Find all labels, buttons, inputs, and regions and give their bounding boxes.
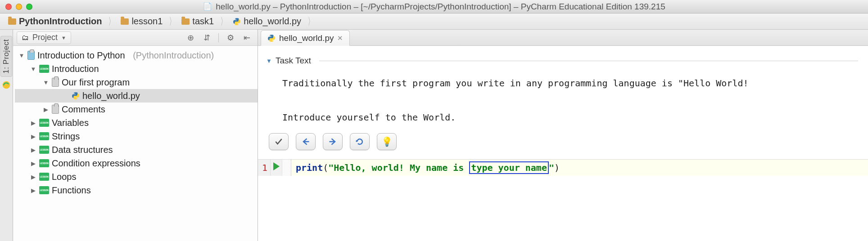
breadcrumb-label: task1: [192, 16, 214, 27]
lesson-icon: [39, 146, 49, 154]
lesson-icon: [39, 65, 49, 73]
disclosure-triangle[interactable]: ▶: [30, 147, 36, 153]
window-controls: [5, 4, 32, 10]
code-line[interactable]: print("Hello, world! My name is type you…: [291, 160, 868, 176]
window-titlebar: 📄 hello_world.py – PythonIntroduction – …: [0, 0, 868, 13]
tree-label: Introduction to Python: [37, 50, 125, 61]
pycharm-icon: [2, 80, 11, 89]
minimize-window-button[interactable]: [16, 4, 22, 10]
tree-lesson-condition[interactable]: ▶ Condition expressions: [15, 156, 258, 170]
tool-window-stripe: 1: Project: [0, 30, 13, 241]
folder-icon: [121, 18, 129, 25]
breadcrumb-item-task[interactable]: task1: [180, 15, 216, 27]
hint-button[interactable]: 💡: [377, 133, 397, 150]
clipboard-icon: [52, 78, 59, 87]
code-paren: ): [554, 162, 560, 173]
code-string: ": [549, 162, 554, 173]
chevron-down-icon: ▼: [61, 35, 66, 40]
breadcrumb-item-file[interactable]: hello_world.py: [231, 15, 303, 27]
folder-icon: [181, 18, 190, 25]
editor-area: hello_world.py ✕ ▼ Task Text Traditional…: [258, 30, 868, 241]
run-gutter[interactable]: [271, 160, 282, 176]
disclosure-triangle[interactable]: ▼: [266, 58, 272, 64]
lesson-icon: [39, 159, 49, 167]
task-description: Traditionally the first program you writ…: [266, 66, 858, 130]
zoom-window-button[interactable]: [26, 4, 32, 10]
clipboard-icon: [27, 51, 35, 60]
code-paren: (: [323, 162, 328, 173]
header-rule: [319, 61, 858, 61]
titlebar-file-icon: 📄: [203, 2, 212, 11]
tree-lesson-strings[interactable]: ▶ Strings: [15, 129, 258, 143]
project-tree[interactable]: ▼ Introduction to Python (PythonIntroduc…: [13, 46, 258, 241]
next-task-button[interactable]: [323, 133, 343, 150]
hide-panel-icon[interactable]: ⇤: [242, 33, 251, 42]
disclosure-triangle[interactable]: ▼: [18, 52, 25, 59]
lesson-icon: [39, 119, 49, 127]
breadcrumb-item-project[interactable]: PythonIntroduction: [6, 15, 104, 27]
close-tab-icon[interactable]: ✕: [337, 34, 343, 42]
tree-label: Variables: [52, 118, 89, 128]
line-number-gutter: 1: [258, 160, 271, 176]
tree-hint: (PythonIntroduction): [133, 50, 214, 61]
breadcrumb-item-lesson[interactable]: lesson1: [119, 15, 164, 27]
gear-icon[interactable]: ⚙: [226, 33, 235, 42]
disclosure-triangle[interactable]: ▼: [30, 66, 36, 72]
disclosure-triangle[interactable]: ▶: [43, 106, 49, 113]
collapse-all-icon[interactable]: ⇵: [202, 33, 211, 42]
disclosure-triangle[interactable]: ▶: [30, 133, 36, 140]
tree-task-first-program[interactable]: ▼ Our first program: [15, 76, 258, 89]
disclosure-triangle[interactable]: ▼: [43, 79, 49, 86]
code-keyword: print: [296, 162, 323, 173]
breadcrumb-label: PythonIntroduction: [19, 16, 102, 27]
folder-icon: [8, 18, 16, 25]
answer-placeholder[interactable]: type your name: [469, 161, 549, 174]
tree-lesson-introduction[interactable]: ▼ Introduction: [15, 62, 258, 76]
breadcrumb-label: hello_world.py: [244, 16, 301, 27]
breadcrumb-separator: 〉: [108, 15, 114, 28]
project-view-selector[interactable]: 🗂 Project ▼: [17, 31, 71, 44]
project-tool-tab[interactable]: 1: Project: [0, 36, 12, 77]
tree-lesson-variables[interactable]: ▶ Variables: [15, 116, 258, 129]
python-file-icon: [267, 34, 276, 42]
task-text-line: Traditionally the first program you writ…: [282, 78, 749, 89]
breadcrumb-separator: 〉: [169, 15, 175, 28]
task-panel: ▼ Task Text Traditionally the first prog…: [258, 46, 868, 159]
tree-task-comments[interactable]: ▶ Comments: [15, 103, 258, 116]
task-header[interactable]: ▼ Task Text: [266, 56, 858, 66]
editor-tab-hello-world[interactable]: hello_world.py ✕: [261, 30, 350, 46]
tree-label: Functions: [52, 185, 91, 196]
tree-lesson-functions[interactable]: ▶ Functions: [15, 183, 258, 197]
tree-label: Strings: [52, 131, 80, 142]
breadcrumb-separator: 〉: [221, 15, 226, 28]
tree-label: Introduction: [52, 64, 99, 74]
editor-tab-label: hello_world.py: [279, 33, 334, 43]
python-file-icon: [233, 18, 241, 26]
task-text-line: Introduce yourself to the World.: [282, 112, 456, 123]
tree-label: hello_world.py: [82, 91, 140, 101]
tree-label: Condition expressions: [52, 158, 140, 169]
breadcrumb: PythonIntroduction 〉 lesson1 〉 task1 〉 h…: [0, 13, 868, 30]
refresh-task-button[interactable]: [350, 133, 370, 150]
tree-root[interactable]: ▼ Introduction to Python (PythonIntroduc…: [15, 49, 258, 62]
disclosure-triangle[interactable]: ▶: [30, 120, 36, 126]
margin-gutter: [282, 160, 291, 176]
disclosure-triangle[interactable]: ▶: [30, 174, 36, 180]
tree-file-hello-world[interactable]: hello_world.py: [15, 89, 258, 103]
previous-task-button[interactable]: [296, 133, 316, 150]
run-icon[interactable]: [273, 162, 280, 170]
check-task-button[interactable]: [269, 133, 289, 150]
header-separator: [218, 33, 219, 42]
tree-lesson-loops[interactable]: ▶ Loops: [15, 170, 258, 183]
code-string: "Hello, world! My name is: [328, 162, 469, 173]
lesson-icon: [39, 132, 49, 140]
task-toolbar: 💡: [266, 130, 858, 155]
disclosure-triangle[interactable]: ▶: [30, 187, 36, 194]
disclosure-triangle[interactable]: ▶: [30, 160, 36, 167]
close-window-button[interactable]: [5, 4, 12, 10]
lesson-icon: [39, 186, 49, 194]
tree-lesson-data-structures[interactable]: ▶ Data structures: [15, 143, 258, 156]
project-panel-header: 🗂 Project ▼ ⊕ ⇵ ⚙ ⇤: [13, 30, 258, 46]
scroll-to-source-icon[interactable]: ⊕: [186, 33, 195, 42]
code-editor[interactable]: 1 print("Hello, world! My name is type y…: [258, 159, 868, 176]
